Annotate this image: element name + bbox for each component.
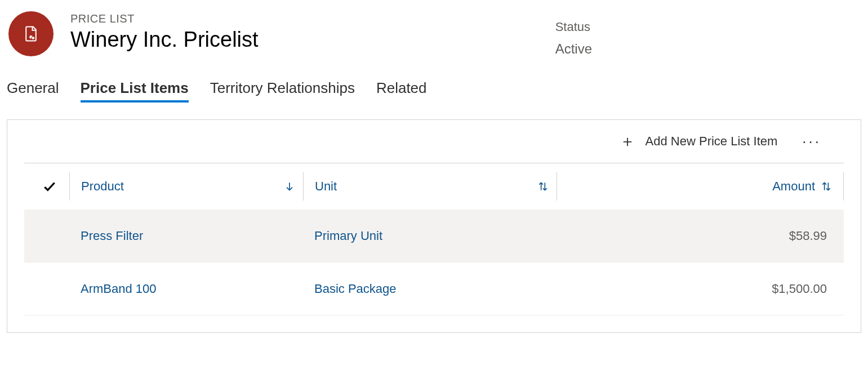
price-list-items-grid: ＋ Add New Price List Item ··· Product Un… [7,119,861,333]
sort-descending-icon [284,180,295,193]
product-link[interactable]: Press Filter [81,229,143,243]
svg-point-1 [32,37,35,40]
tab-related[interactable]: Related [376,79,427,103]
amount-value: $58.99 [557,229,844,243]
unit-link[interactable]: Primary Unit [314,229,382,243]
amount-value: $1,500.00 [557,282,844,296]
record-header: PRICE LIST Winery Inc. Pricelist Status … [6,6,862,79]
grid-toolbar: ＋ Add New Price List Item ··· [24,120,844,163]
add-new-price-list-item-button[interactable]: ＋ Add New Price List Item [617,130,780,153]
form-tabs: General Price List Items Territory Relat… [6,79,862,103]
sort-toggle-icon [537,180,549,193]
page-title: Winery Inc. Pricelist [70,28,259,52]
plus-icon: ＋ [620,133,635,149]
grid-column-headers: Product Unit Amount [7,163,861,210]
more-commands-button[interactable]: ··· [791,131,827,152]
status-value: Active [555,41,592,57]
sort-toggle-icon [821,180,832,193]
add-button-label: Add New Price List Item [646,134,778,149]
check-icon [42,179,57,194]
status-field: Status Active [555,11,592,57]
tab-price-list-items[interactable]: Price List Items [81,79,189,103]
column-header-unit[interactable]: Unit [303,172,557,201]
entity-icon [8,11,54,56]
entity-type-label: PRICE LIST [70,12,259,25]
pricelist-icon [23,25,39,42]
product-link[interactable]: ArmBand 100 [81,282,157,296]
tab-general[interactable]: General [7,79,59,103]
select-all-checkbox[interactable] [30,179,69,194]
table-row[interactable]: Press Filter Primary Unit $58.99 [24,210,844,262]
tab-territory-relationships[interactable]: Territory Relationships [210,79,355,103]
column-header-amount[interactable]: Amount [557,172,844,201]
table-row[interactable]: ArmBand 100 Basic Package $1,500.00 [24,262,844,315]
grid-body: Press Filter Primary Unit $58.99 ArmBand… [24,210,844,315]
unit-link[interactable]: Basic Package [314,282,397,296]
status-label: Status [555,20,592,34]
column-header-product[interactable]: Product [69,172,303,201]
